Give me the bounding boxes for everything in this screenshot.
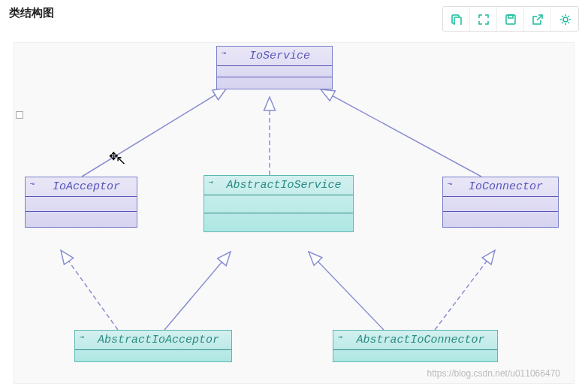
svg-line-5 xyxy=(82,88,227,177)
expand-button[interactable] xyxy=(470,7,497,31)
class-ops xyxy=(443,212,558,227)
expand-icon xyxy=(478,14,489,25)
page-title: 类结构图 xyxy=(9,6,54,20)
class-attrs xyxy=(443,197,558,212)
header: 类结构图 xyxy=(0,0,588,35)
class-ops xyxy=(204,213,353,231)
copy-button[interactable] xyxy=(443,7,470,31)
class-name: AbstractIoConnector xyxy=(333,331,497,350)
class-name: IoService xyxy=(217,47,332,66)
class-attrs xyxy=(333,350,497,361)
save-icon xyxy=(505,14,516,25)
share-icon xyxy=(532,14,543,25)
class-name: AbstractIoAcceptor xyxy=(75,331,231,350)
move-cursor-icon: ✥↖ xyxy=(109,148,129,164)
svg-line-7 xyxy=(321,89,481,177)
class-attrs xyxy=(204,195,353,213)
class-ops xyxy=(217,77,332,89)
svg-line-10 xyxy=(309,252,384,330)
class-abstractioconnector[interactable]: AbstractIoConnector xyxy=(333,330,498,362)
class-attrs xyxy=(26,197,137,212)
class-abstractioservice[interactable]: AbstractIoService xyxy=(204,175,354,232)
settings-icon xyxy=(559,14,571,25)
copy-icon xyxy=(451,14,462,25)
class-attrs xyxy=(217,66,332,77)
class-ioconnector[interactable]: IoConnector xyxy=(442,177,559,228)
svg-point-4 xyxy=(563,17,568,22)
class-ioacceptor[interactable]: IoAcceptor xyxy=(25,177,137,228)
class-name: AbstractIoService xyxy=(204,176,353,195)
svg-line-8 xyxy=(61,250,118,330)
class-name: IoAcceptor xyxy=(26,177,137,197)
svg-rect-2 xyxy=(506,15,515,24)
svg-rect-3 xyxy=(508,15,513,18)
watermark-text: https://blog.csdn.net/u011066470 xyxy=(427,368,560,379)
share-button[interactable] xyxy=(524,7,551,31)
svg-rect-1 xyxy=(454,17,461,25)
svg-line-11 xyxy=(435,250,495,330)
uml-diagram: IoService IoAcceptor AbstractIoService I… xyxy=(14,42,574,384)
toolbar xyxy=(442,6,579,32)
svg-line-9 xyxy=(164,252,231,330)
class-ioservice[interactable]: IoService xyxy=(216,46,333,89)
save-button[interactable] xyxy=(497,7,524,31)
class-abstractioacceptor[interactable]: AbstractIoAcceptor xyxy=(74,330,232,362)
settings-button[interactable] xyxy=(551,7,578,31)
class-attrs xyxy=(75,350,231,361)
class-ops xyxy=(26,212,137,227)
class-name: IoConnector xyxy=(443,177,558,197)
